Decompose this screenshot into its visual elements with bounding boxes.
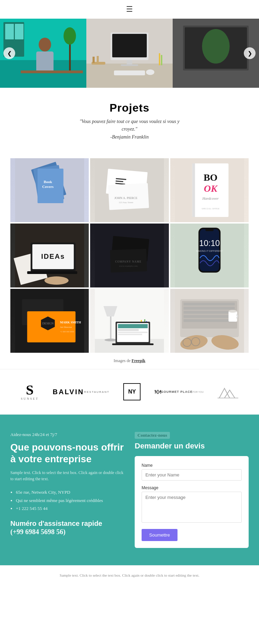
grid-item-ideas[interactable]: IDEAs bbox=[10, 224, 89, 287]
svg-text:MAKING IT DIFFERENT: MAKING IT DIFFERENT bbox=[196, 250, 223, 252]
svg-rect-53 bbox=[27, 271, 77, 274]
svg-text:123 Any Street: 123 Any Street bbox=[119, 201, 133, 204]
svg-rect-87 bbox=[118, 329, 139, 331]
form-message-group: Message bbox=[142, 485, 242, 524]
bizcard-white-image: JOHN A. PIERCE 123 Any Street bbox=[90, 158, 169, 222]
svg-point-9 bbox=[64, 27, 76, 45]
grid-item-typing[interactable] bbox=[170, 289, 249, 353]
svg-text:+1 000 000 0000: +1 000 000 0000 bbox=[60, 331, 74, 333]
gourmet-text: GOURMET PLACE bbox=[161, 390, 193, 394]
contact-list-item: 65e rue, Network City, NYPD bbox=[16, 488, 124, 496]
svg-rect-7 bbox=[21, 70, 83, 73]
form-name-group: Name bbox=[142, 463, 242, 481]
typing-image bbox=[170, 289, 249, 353]
svg-rect-21 bbox=[159, 53, 160, 65]
svg-rect-22 bbox=[161, 55, 162, 65]
svg-rect-89 bbox=[118, 334, 142, 335]
grid-item-orange-bizcard[interactable]: DESIGN MARK SMITH Art Director +1 000 00… bbox=[10, 289, 89, 353]
phone-image: 10:10 MAKING IT DIFFERENT bbox=[170, 224, 249, 287]
svg-rect-88 bbox=[118, 332, 148, 333]
navigation: ☰ bbox=[0, 0, 259, 19]
hero-carousel: ❮ bbox=[0, 19, 259, 88]
svg-point-5 bbox=[39, 38, 51, 51]
projects-title: Projets bbox=[10, 102, 249, 114]
contact-right: Contactez-nous Demander un devis Name Me… bbox=[135, 432, 249, 548]
svg-rect-15 bbox=[121, 64, 138, 66]
gourmet-icon: 🍽 bbox=[155, 388, 161, 396]
contact-left: Aidez-nous 24h/24 et 7j/7 Que pouvons-no… bbox=[10, 432, 124, 548]
contact-list-item: +1 222 545 55 44 bbox=[16, 504, 124, 512]
svg-rect-86 bbox=[118, 324, 148, 328]
svg-point-78 bbox=[105, 339, 117, 341]
svg-text:Art Director: Art Director bbox=[60, 326, 72, 329]
menu-icon[interactable]: ☰ bbox=[126, 5, 133, 14]
carousel-slide-2 bbox=[86, 19, 173, 88]
ideas-image: IDEAs bbox=[10, 224, 89, 287]
logo-balvin: BALVIN RESTAURANT bbox=[52, 388, 109, 396]
contact-list-item: Qui ne semblent même pas légèrement créd… bbox=[16, 496, 124, 504]
contact-right-label: Contactez-nous bbox=[135, 432, 170, 439]
grid-item-book-hardcover[interactable]: BO OK Hardcover SPECIAL OFFER bbox=[170, 158, 249, 222]
logo-sunset: S SUNSET bbox=[21, 383, 39, 400]
svg-rect-77 bbox=[110, 316, 112, 339]
grid-item-lamp-scene[interactable] bbox=[90, 289, 169, 353]
svg-point-102 bbox=[228, 310, 237, 313]
svg-text:MARK SMITH: MARK SMITH bbox=[60, 321, 81, 324]
svg-rect-98 bbox=[183, 319, 234, 322]
svg-text:Book: Book bbox=[44, 180, 52, 184]
svg-rect-90 bbox=[112, 343, 154, 345]
form-name-input[interactable] bbox=[142, 469, 242, 481]
svg-rect-4 bbox=[15, 24, 23, 39]
projects-grid: Book Covers JOHN A. PIERCE 123 Any Stree… bbox=[10, 158, 249, 353]
svg-rect-97 bbox=[183, 315, 234, 318]
contact-section: Aidez-nous 24h/24 et 7j/7 Que pouvons-no… bbox=[0, 415, 259, 565]
grid-item-bizcard-white[interactable]: JOHN A. PIERCE 123 Any Street bbox=[90, 158, 169, 222]
svg-point-54 bbox=[45, 276, 69, 285]
svg-text:OK: OK bbox=[204, 183, 218, 194]
slide2-image bbox=[86, 19, 173, 88]
svg-rect-3 bbox=[5, 24, 14, 39]
contact-heading: Que pouvons-nous offrir à votre entrepri… bbox=[10, 442, 124, 465]
svg-rect-13 bbox=[112, 34, 147, 57]
grid-item-dark-bizcards[interactable]: COMPANY NAME www.example.com bbox=[90, 224, 169, 287]
carousel-prev-button[interactable]: ❮ bbox=[3, 47, 15, 59]
form-message-label: Message bbox=[142, 485, 242, 490]
svg-text:IDEAs: IDEAs bbox=[41, 253, 65, 260]
svg-text:JOHN A. PIERCE: JOHN A. PIERCE bbox=[115, 196, 138, 200]
form-submit-button[interactable]: Soumettre bbox=[142, 529, 178, 541]
projects-section: Projets "Vous pouvez faire tout ce que v… bbox=[0, 88, 259, 158]
contact-phone: (+99 6984 5698 56) bbox=[10, 528, 124, 536]
orange-bizcard-image: DESIGN MARK SMITH Art Director +1 000 00… bbox=[10, 289, 89, 353]
contact-list: 65e rue, Network City, NYPD Qui ne sembl… bbox=[10, 488, 124, 512]
svg-text:SPECIAL OFFER: SPECIAL OFFER bbox=[201, 207, 219, 210]
contact-description: Sample text. Click to select the text bo… bbox=[10, 470, 124, 482]
grid-item-books[interactable]: Book Covers bbox=[10, 158, 89, 222]
svg-text:Hardcover: Hardcover bbox=[202, 196, 219, 200]
contact-form: Name Message Soumettre bbox=[135, 456, 249, 548]
carousel-next-button[interactable]: ❯ bbox=[244, 47, 256, 59]
svg-rect-43 bbox=[192, 163, 195, 217]
projects-quote: "Vous pouvez faire tout ce que vous voul… bbox=[10, 118, 249, 141]
logo-mountain bbox=[218, 385, 238, 399]
svg-rect-11 bbox=[86, 64, 173, 88]
svg-rect-94 bbox=[183, 303, 234, 305]
images-credit: Images de Freepik bbox=[0, 353, 259, 369]
svg-rect-95 bbox=[183, 307, 234, 310]
sunset-letter: S bbox=[26, 383, 33, 397]
footer-text: Sample text. Click to select the text bo… bbox=[10, 572, 249, 579]
logo-gourmet: 🍽 GOURMET PLACE FOR YOU bbox=[155, 388, 204, 396]
grid-item-phone[interactable]: 10:10 MAKING IT DIFFERENT bbox=[170, 224, 249, 287]
svg-text:10:10: 10:10 bbox=[199, 238, 220, 248]
footer: Sample text. Click to select the text bo… bbox=[0, 565, 259, 586]
form-message-textarea[interactable] bbox=[142, 492, 242, 523]
svg-rect-20 bbox=[97, 56, 99, 64]
svg-rect-16 bbox=[114, 70, 145, 75]
dark-bizcards-image: COMPANY NAME www.example.com bbox=[90, 224, 169, 287]
freepik-link[interactable]: Freepik bbox=[132, 358, 145, 363]
book-hardcover-image: BO OK Hardcover SPECIAL OFFER bbox=[170, 158, 249, 222]
form-name-label: Name bbox=[142, 463, 242, 468]
svg-text:Covers: Covers bbox=[42, 184, 54, 189]
svg-text:DESIGN: DESIGN bbox=[42, 322, 54, 325]
contact-hotline-title: Numéro d'assistance rapide bbox=[10, 519, 124, 528]
carousel-slides bbox=[0, 19, 259, 88]
